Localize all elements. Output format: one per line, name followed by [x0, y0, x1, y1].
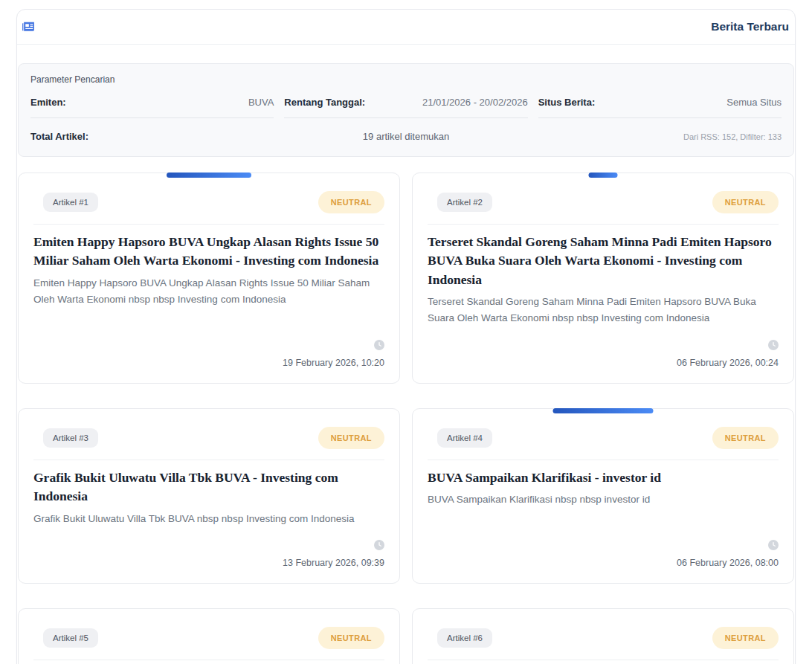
param-label: Rentang Tanggal:: [284, 97, 365, 108]
article-date: 06 February 2026, 00:24: [677, 358, 779, 368]
article-summary: BUVA Sampaikan Klarifikasi nbsp nbsp inv…: [428, 491, 779, 508]
panel-content: Parameter Pencarian Emiten: BUVA Rentang…: [17, 45, 795, 664]
article-date: 06 February 2026, 08:00: [677, 558, 779, 568]
param-field-emiten: Emiten: BUVA: [30, 97, 274, 118]
sentiment-badge: NEUTRAL: [712, 427, 779, 449]
page-title: Berita Terbaru: [711, 20, 789, 33]
article-title: Grafik Bukit Uluwatu Villa Tbk BUVA - In…: [33, 468, 384, 506]
newspaper-icon: [21, 19, 36, 34]
article-card[interactable]: Artikel #6 NEUTRAL Saham BUVA Bakal Temb…: [412, 608, 794, 664]
param-value: 21/01/2026 - 20/02/2026: [422, 97, 528, 108]
card-head: Artikel #2 NEUTRAL: [428, 191, 779, 225]
param-value: Semua Situs: [726, 97, 782, 108]
news-panel: Berita Terbaru Parameter Pencarian Emite…: [16, 9, 796, 664]
sentiment-badge: NEUTRAL: [318, 191, 384, 213]
card-head: Artikel #3 NEUTRAL: [33, 427, 384, 460]
card-accent-bar: [167, 173, 251, 178]
article-number-badge: Artikel #4: [437, 428, 492, 448]
search-parameters-panel: Parameter Pencarian Emiten: BUVA Rentang…: [18, 63, 794, 157]
card-accent-bar: [589, 173, 618, 178]
article-number-badge: Artikel #3: [43, 428, 98, 448]
total-articles-row: Total Artikel: 19 artikel ditemukan Dari…: [30, 131, 782, 142]
article-summary: Grafik Bukit Uluwatu Villa Tbk BUVA nbsp…: [33, 511, 384, 527]
article-card[interactable]: Artikel #5 NEUTRAL Ini yang Bikin Saham …: [18, 608, 400, 664]
article-card[interactable]: Artikel #4 NEUTRAL BUVA Sampaikan Klarif…: [412, 408, 794, 584]
search-parameters-heading: Parameter Pencarian: [30, 74, 782, 85]
clock-icon: [768, 540, 779, 550]
card-head: Artikel #6 NEUTRAL: [428, 627, 779, 660]
param-label: Emiten:: [30, 97, 66, 108]
article-number-badge: Artikel #6: [437, 628, 492, 648]
article-title: BUVA Sampaikan Klarifikasi - investor id: [428, 468, 779, 487]
article-summary: Terseret Skandal Goreng Saham Minna Padi…: [428, 294, 779, 326]
total-articles-value: 19 artikel ditemukan: [281, 131, 532, 142]
sentiment-badge: NEUTRAL: [318, 627, 384, 649]
clock-icon: [374, 540, 384, 550]
article-title: Emiten Happy Hapsoro BUVA Ungkap Alasan …: [33, 233, 384, 271]
article-card[interactable]: Artikel #3 NEUTRAL Grafik Bukit Uluwatu …: [18, 408, 400, 584]
card-head: Artikel #5 NEUTRAL: [33, 627, 384, 660]
card-accent-bar: [553, 408, 654, 413]
sentiment-badge: NEUTRAL: [712, 191, 779, 213]
article-card[interactable]: Artikel #2 NEUTRAL Terseret Skandal Gore…: [412, 173, 794, 384]
param-field-news-site: Situs Berita: Semua Situs: [538, 97, 782, 118]
clock-icon: [374, 340, 384, 350]
card-head: Artikel #1 NEUTRAL: [33, 191, 384, 225]
sentiment-badge: NEUTRAL: [712, 627, 779, 649]
param-value: BUVA: [248, 97, 274, 108]
article-card[interactable]: Artikel #1 NEUTRAL Emiten Happy Hapsoro …: [18, 173, 400, 384]
card-footer: 13 February 2026, 09:39: [33, 526, 384, 568]
panel-header: Berita Terbaru: [17, 10, 795, 45]
article-number-badge: Artikel #2: [437, 193, 492, 212]
card-footer: 06 February 2026, 08:00: [428, 526, 779, 568]
article-date: 19 February 2026, 10:20: [283, 358, 384, 368]
card-footer: 19 February 2026, 10:20: [33, 326, 384, 368]
card-footer: 06 February 2026, 00:24: [428, 326, 779, 368]
param-label: Situs Berita:: [538, 97, 596, 108]
search-parameter-fields: Emiten: BUVA Rentang Tanggal: 21/01/2026…: [30, 97, 782, 118]
article-number-badge: Artikel #1: [43, 193, 98, 212]
total-articles-label: Total Artikel:: [30, 131, 281, 142]
rss-filter-stats: Dari RSS: 152, Difilter: 133: [531, 132, 782, 141]
param-field-date-range: Rentang Tanggal: 21/01/2026 - 20/02/2026: [284, 97, 527, 118]
clock-icon: [768, 340, 779, 350]
sentiment-badge: NEUTRAL: [318, 427, 384, 449]
article-summary: Emiten Happy Hapsoro BUVA Ungkap Alasan …: [33, 275, 384, 308]
article-number-badge: Artikel #5: [43, 628, 98, 648]
article-title: Terseret Skandal Goreng Saham Minna Padi…: [428, 233, 779, 289]
card-head: Artikel #4 NEUTRAL: [428, 427, 779, 460]
article-date: 13 February 2026, 09:39: [283, 558, 384, 568]
articles-grid: Artikel #1 NEUTRAL Emiten Happy Hapsoro …: [18, 173, 794, 664]
